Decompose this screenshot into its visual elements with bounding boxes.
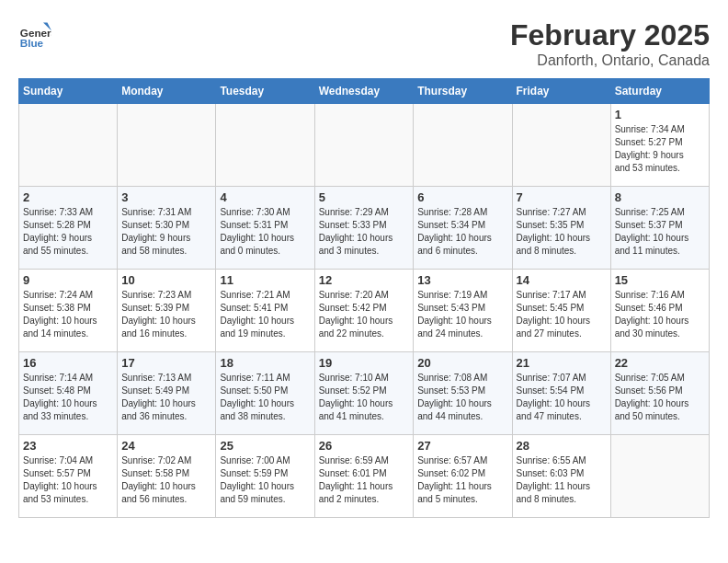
weekday-header: Sunday xyxy=(19,79,118,104)
day-number: 27 xyxy=(417,439,507,453)
calendar-cell: 23Sunrise: 7:04 AM Sunset: 5:57 PM Dayli… xyxy=(19,435,118,518)
month-title: February 2025 xyxy=(510,18,710,52)
calendar-cell: 7Sunrise: 7:27 AM Sunset: 5:35 PM Daylig… xyxy=(512,187,610,270)
logo-icon: General Blue xyxy=(18,18,51,52)
day-number: 21 xyxy=(517,356,607,370)
day-number: 14 xyxy=(517,273,607,287)
calendar-cell: 15Sunrise: 7:16 AM Sunset: 5:46 PM Dayli… xyxy=(610,270,709,352)
day-info: Sunrise: 7:19 AM Sunset: 5:43 PM Dayligh… xyxy=(417,289,507,340)
calendar-cell: 2Sunrise: 7:33 AM Sunset: 5:28 PM Daylig… xyxy=(19,187,118,270)
day-number: 3 xyxy=(121,190,211,204)
day-info: Sunrise: 7:23 AM Sunset: 5:39 PM Dayligh… xyxy=(121,289,211,340)
day-info: Sunrise: 7:25 AM Sunset: 5:37 PM Dayligh… xyxy=(615,206,705,258)
day-number: 4 xyxy=(220,190,310,204)
calendar-cell: 22Sunrise: 7:05 AM Sunset: 5:56 PM Dayli… xyxy=(610,352,709,435)
day-info: Sunrise: 7:04 AM Sunset: 5:57 PM Dayligh… xyxy=(23,454,113,506)
weekday-header: Tuesday xyxy=(216,79,314,104)
title-block: February 2025 Danforth, Ontario, Canada xyxy=(510,18,710,69)
day-info: Sunrise: 7:02 AM Sunset: 5:58 PM Dayligh… xyxy=(121,454,211,506)
day-info: Sunrise: 6:59 AM Sunset: 6:01 PM Dayligh… xyxy=(319,454,410,506)
day-number: 9 xyxy=(23,273,113,287)
weekday-header: Monday xyxy=(118,79,216,104)
calendar-cell xyxy=(118,104,216,187)
day-info: Sunrise: 7:33 AM Sunset: 5:28 PM Dayligh… xyxy=(23,206,113,258)
location: Danforth, Ontario, Canada xyxy=(510,52,710,69)
day-number: 2 xyxy=(23,190,113,204)
day-number: 10 xyxy=(121,273,211,287)
calendar-cell xyxy=(314,104,414,187)
day-number: 23 xyxy=(23,439,113,453)
weekday-header: Thursday xyxy=(414,79,512,104)
calendar-cell: 27Sunrise: 6:57 AM Sunset: 6:02 PM Dayli… xyxy=(414,435,512,518)
day-info: Sunrise: 7:00 AM Sunset: 5:59 PM Dayligh… xyxy=(220,454,310,506)
day-info: Sunrise: 7:28 AM Sunset: 5:34 PM Dayligh… xyxy=(417,206,507,258)
calendar-week-row: 16Sunrise: 7:14 AM Sunset: 5:48 PM Dayli… xyxy=(19,352,710,435)
calendar-cell: 17Sunrise: 7:13 AM Sunset: 5:49 PM Dayli… xyxy=(118,352,216,435)
calendar-cell xyxy=(610,435,709,518)
day-info: Sunrise: 7:27 AM Sunset: 5:35 PM Dayligh… xyxy=(517,206,607,258)
calendar-week-row: 9Sunrise: 7:24 AM Sunset: 5:38 PM Daylig… xyxy=(19,270,710,352)
page-header: General Blue February 2025 Danforth, Ont… xyxy=(18,18,710,69)
day-number: 22 xyxy=(615,356,705,370)
calendar-week-row: 23Sunrise: 7:04 AM Sunset: 5:57 PM Dayli… xyxy=(19,435,710,518)
day-number: 26 xyxy=(319,439,410,453)
calendar-cell: 6Sunrise: 7:28 AM Sunset: 5:34 PM Daylig… xyxy=(414,187,512,270)
day-info: Sunrise: 7:08 AM Sunset: 5:53 PM Dayligh… xyxy=(417,372,507,423)
day-info: Sunrise: 7:30 AM Sunset: 5:31 PM Dayligh… xyxy=(220,206,310,258)
day-info: Sunrise: 7:11 AM Sunset: 5:50 PM Dayligh… xyxy=(220,372,310,423)
day-number: 16 xyxy=(23,356,113,370)
day-info: Sunrise: 7:10 AM Sunset: 5:52 PM Dayligh… xyxy=(319,372,410,423)
calendar-cell xyxy=(19,104,118,187)
calendar-cell: 11Sunrise: 7:21 AM Sunset: 5:41 PM Dayli… xyxy=(216,270,314,352)
weekday-header: Wednesday xyxy=(314,79,414,104)
calendar-cell: 21Sunrise: 7:07 AM Sunset: 5:54 PM Dayli… xyxy=(512,352,610,435)
calendar-cell: 13Sunrise: 7:19 AM Sunset: 5:43 PM Dayli… xyxy=(414,270,512,352)
calendar-cell: 28Sunrise: 6:55 AM Sunset: 6:03 PM Dayli… xyxy=(512,435,610,518)
calendar-week-row: 1Sunrise: 7:34 AM Sunset: 5:27 PM Daylig… xyxy=(19,104,710,187)
day-number: 6 xyxy=(417,190,507,204)
calendar-header-row: SundayMondayTuesdayWednesdayThursdayFrid… xyxy=(19,79,710,104)
calendar-cell: 1Sunrise: 7:34 AM Sunset: 5:27 PM Daylig… xyxy=(610,104,709,187)
day-number: 1 xyxy=(615,108,705,121)
day-number: 25 xyxy=(220,439,310,453)
calendar-cell: 4Sunrise: 7:30 AM Sunset: 5:31 PM Daylig… xyxy=(216,187,314,270)
logo: General Blue xyxy=(18,18,51,52)
weekday-header: Friday xyxy=(512,79,610,104)
calendar-cell: 10Sunrise: 7:23 AM Sunset: 5:39 PM Dayli… xyxy=(118,270,216,352)
calendar-cell xyxy=(512,104,610,187)
calendar-cell: 3Sunrise: 7:31 AM Sunset: 5:30 PM Daylig… xyxy=(118,187,216,270)
day-number: 7 xyxy=(517,190,607,204)
calendar-cell: 12Sunrise: 7:20 AM Sunset: 5:42 PM Dayli… xyxy=(314,270,414,352)
day-number: 13 xyxy=(417,273,507,287)
day-info: Sunrise: 7:05 AM Sunset: 5:56 PM Dayligh… xyxy=(615,372,705,423)
calendar: SundayMondayTuesdayWednesdayThursdayFrid… xyxy=(18,78,710,518)
calendar-cell: 14Sunrise: 7:17 AM Sunset: 5:45 PM Dayli… xyxy=(512,270,610,352)
day-info: Sunrise: 7:07 AM Sunset: 5:54 PM Dayligh… xyxy=(517,372,607,423)
calendar-cell xyxy=(414,104,512,187)
calendar-cell: 18Sunrise: 7:11 AM Sunset: 5:50 PM Dayli… xyxy=(216,352,314,435)
calendar-cell: 20Sunrise: 7:08 AM Sunset: 5:53 PM Dayli… xyxy=(414,352,512,435)
day-number: 15 xyxy=(615,273,705,287)
day-info: Sunrise: 7:20 AM Sunset: 5:42 PM Dayligh… xyxy=(319,289,410,340)
calendar-cell: 5Sunrise: 7:29 AM Sunset: 5:33 PM Daylig… xyxy=(314,187,414,270)
day-number: 8 xyxy=(615,190,705,204)
day-number: 20 xyxy=(417,356,507,370)
calendar-cell: 9Sunrise: 7:24 AM Sunset: 5:38 PM Daylig… xyxy=(19,270,118,352)
day-number: 5 xyxy=(319,190,410,204)
day-info: Sunrise: 7:14 AM Sunset: 5:48 PM Dayligh… xyxy=(23,372,113,423)
calendar-cell: 25Sunrise: 7:00 AM Sunset: 5:59 PM Dayli… xyxy=(216,435,314,518)
weekday-header: Saturday xyxy=(610,79,709,104)
day-info: Sunrise: 7:13 AM Sunset: 5:49 PM Dayligh… xyxy=(121,372,211,423)
day-number: 18 xyxy=(220,356,310,370)
calendar-cell: 8Sunrise: 7:25 AM Sunset: 5:37 PM Daylig… xyxy=(610,187,709,270)
calendar-cell xyxy=(216,104,314,187)
day-info: Sunrise: 7:21 AM Sunset: 5:41 PM Dayligh… xyxy=(220,289,310,340)
day-info: Sunrise: 7:31 AM Sunset: 5:30 PM Dayligh… xyxy=(121,206,211,258)
day-info: Sunrise: 7:24 AM Sunset: 5:38 PM Dayligh… xyxy=(23,289,113,340)
day-number: 12 xyxy=(319,273,410,287)
day-info: Sunrise: 6:55 AM Sunset: 6:03 PM Dayligh… xyxy=(517,454,607,506)
day-info: Sunrise: 7:16 AM Sunset: 5:46 PM Dayligh… xyxy=(615,289,705,340)
svg-text:Blue: Blue xyxy=(20,37,44,49)
day-number: 24 xyxy=(121,439,211,453)
day-info: Sunrise: 7:34 AM Sunset: 5:27 PM Dayligh… xyxy=(615,123,705,175)
